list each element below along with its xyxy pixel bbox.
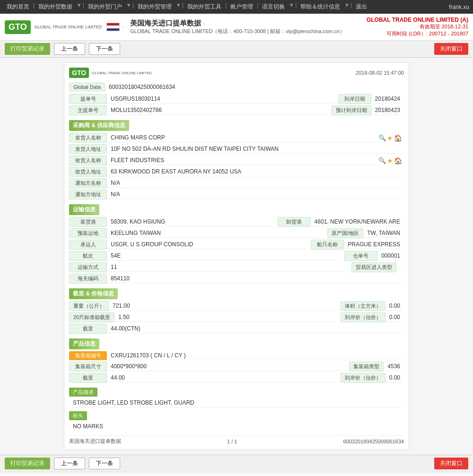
- consignee-addr-value: 63 KIRKWOOD DR EAST AURORA NY 14052 USA: [107, 167, 404, 176]
- container-number-row: 集装箱编号 CXRU1261703 ( CN / L / CY ): [69, 351, 404, 360]
- vessel-name-value: PRAGUE EXPRESS: [344, 240, 404, 249]
- voyage-label: 航次: [69, 251, 107, 261]
- nav-help[interactable]: 帮助＆统计信息: [298, 2, 343, 12]
- standard-row: 20尺标准箱载里 1.50 到岸价（估价） 0.00: [69, 312, 404, 322]
- notify-name-value: N/A: [107, 179, 404, 188]
- shipper-home-icon[interactable]: 🏠: [394, 134, 402, 142]
- supplier-section: 采购商 & 供应商信息 发货人名称 CHING MARS CORP 🔍 ★ 🏠 …: [69, 120, 404, 199]
- bottom-close-button[interactable]: 关闭窗口: [434, 458, 468, 469]
- bottom-next-button[interactable]: 下一条: [89, 458, 120, 469]
- notify-addr-value: N/A: [107, 190, 404, 199]
- foreign-port-type-label: 贸易区进入类型: [351, 262, 396, 272]
- loading-port-label: 装货港: [69, 217, 107, 227]
- doc-header: GTO GLOBAL TRADE ONLINE LIMITED 2018-08-…: [69, 68, 404, 78]
- doc-footer-record-id: 600320180425000061634: [343, 439, 404, 444]
- consignee-search-icon[interactable]: 🔍: [378, 157, 386, 164]
- global-data-row: Global Data 600320180425000061634: [69, 83, 404, 91]
- doc-footer-title: 美国海关进口提单数据: [69, 438, 121, 445]
- consignee-name-row: 收货人名称 FLEET INDUSTRIES 🔍 ★ 🏠: [69, 156, 404, 165]
- volume-label: 体积（立方米）: [341, 301, 385, 311]
- print-button[interactable]: 打印贸易记录: [5, 43, 50, 55]
- logo-area: GTO GLOBAL TRADE ONLINE LIMITED: [5, 20, 102, 34]
- product-section-header: 产品信息: [69, 338, 99, 349]
- quantity-value: 44.00(CTN): [107, 324, 404, 333]
- container-size-row: 集装箱尺寸 4000*900*800 集装箱类型 4536: [69, 362, 404, 372]
- carrier-label: 承运人: [69, 240, 107, 250]
- notify-addr-row: 通知方地址 N/A: [69, 190, 404, 199]
- est-arrival-label: 预计到岸日期: [332, 105, 371, 115]
- inbond-value: 000001: [377, 251, 404, 260]
- shipper-addr-value: 10F NO 502 DA-AN RD SHULIN DIST NEW TAIP…: [107, 145, 404, 154]
- next-button[interactable]: 下一条: [89, 43, 120, 55]
- voyage-row: 航次 54E 仓单号 000001: [69, 251, 404, 261]
- foreign-port-type-value: [396, 266, 404, 268]
- product-quantity-label: 载里: [69, 373, 107, 383]
- consignee-addr-label: 收货人地址: [69, 167, 107, 177]
- consignee-star-icon[interactable]: ★: [387, 157, 393, 164]
- transport-mode-value: 11: [107, 263, 348, 272]
- main-content: GTO GLOBAL TRADE ONLINE LIMITED 2018-08-…: [0, 58, 473, 455]
- customs-code-label: 海关编码: [69, 274, 107, 284]
- estimated-port-label: 预装运地: [69, 228, 107, 238]
- arrival-price-value: 0.00: [385, 313, 404, 322]
- shipper-name-row: 发货人名称 CHING MARS CORP 🔍 ★ 🏠: [69, 133, 404, 143]
- notify-name-row: 通知方名称 N/A: [69, 178, 404, 188]
- nav-language[interactable]: 语言切换: [259, 2, 288, 12]
- bottom-print-button[interactable]: 打印贸易记录: [5, 458, 50, 469]
- logo-sub: GLOBAL TRADE ONLINE LIMITED: [35, 25, 102, 30]
- product-arrival-price-label: 到岸价（估价）: [341, 373, 385, 383]
- marks-header: 标头: [69, 409, 404, 422]
- marks-value: NO MARKS: [69, 422, 404, 431]
- master-bill-label: 主提单号: [69, 105, 107, 115]
- nav-items: 我的首页 | 我的外贸数据 ▼ | 我的外贸门户 ▼ | 我的外贸管理 ▼ | …: [4, 2, 370, 12]
- carrier-row: 承运人 USGR, U S GROUP CONSOLID 船只名称 PRAGUE…: [69, 240, 404, 250]
- inbond-label: 仓单号: [344, 251, 377, 261]
- product-arrival-price-value: 0.00: [385, 373, 404, 382]
- doc-logo: GTO GLOBAL TRADE ONLINE LIMITED: [69, 68, 152, 78]
- title-dash: -: [203, 20, 205, 27]
- master-bill-row: 主提单号 MOLU13502402786 预计到岸日期 20180423: [69, 105, 404, 115]
- doc-footer-page: 1 / 1: [227, 439, 237, 444]
- shipper-icons: 🔍 ★ 🏠: [377, 133, 404, 143]
- nav-trade-portal[interactable]: 我的外贸门户: [85, 2, 125, 12]
- container-number-value: CXRU1261703 ( CN / L / CY ): [107, 351, 404, 360]
- doc-footer: 美国海关进口提单数据 1 / 1 600320180425000061634: [69, 435, 404, 445]
- standard-value: 1.50: [114, 313, 336, 322]
- nav-trade-data[interactable]: 我的外贸数据: [35, 2, 75, 12]
- nav-trade-tools[interactable]: 我的外贸工具: [184, 2, 224, 12]
- discharge-port-value: 4601, NEW YORK/NEWARK ARE: [311, 217, 404, 226]
- transport-mode-row: 运输方式 11 贸易区进入类型: [69, 262, 404, 272]
- origin-country-label: 原产国/地区: [327, 228, 363, 238]
- volume-value: 0.00: [385, 302, 404, 311]
- nav-account[interactable]: 账户管理: [228, 2, 256, 12]
- consignee-home-icon[interactable]: 🏠: [394, 157, 402, 164]
- nav-trade-manage[interactable]: 我的外贸管理: [135, 2, 175, 12]
- flag-area: -: [106, 23, 123, 31]
- doc-logo-sub: GLOBAL TRADE ONLINE LIMITED: [92, 71, 152, 75]
- nav-user: frank.xu: [449, 4, 469, 10]
- ldr-info: 可用时段 (LDR）: 200712 - 201807: [367, 30, 468, 37]
- arrival-date-value: 20180424: [371, 95, 404, 104]
- nav-home[interactable]: 我的首页: [4, 2, 32, 12]
- nav-logout[interactable]: 退出: [353, 2, 370, 12]
- bottom-prev-button[interactable]: 上一条: [54, 458, 85, 469]
- container-number-label: 集装箱编号: [69, 351, 107, 360]
- shipper-search-icon[interactable]: 🔍: [378, 134, 386, 142]
- bill-number-label: 提单号: [69, 94, 107, 104]
- container-size-label: 集装箱尺寸: [69, 362, 107, 372]
- notify-name-label: 通知方名称: [69, 178, 107, 188]
- consignee-name-value-area: FLEET INDUSTRIES 🔍 ★ 🏠: [107, 156, 404, 165]
- us-flag: [106, 23, 120, 31]
- prev-button[interactable]: 上一条: [54, 43, 85, 55]
- origin-country-value: TW, TAIWAN: [363, 229, 404, 238]
- shipper-star-icon[interactable]: ★: [387, 134, 393, 142]
- vessel-name-label: 船只名称: [311, 240, 344, 250]
- transport-section-header: 运输信息: [69, 204, 99, 215]
- close-button[interactable]: 关闭窗口: [434, 43, 468, 55]
- shipper-name-label: 发货人名称: [69, 133, 107, 143]
- port-row: 装货港 58309, KAO HSIUNG 卸货港 4601, NEW YORK…: [69, 217, 404, 227]
- discharge-port-label: 卸货港: [278, 217, 311, 227]
- global-data-value: 600320180425000061634: [109, 84, 175, 90]
- consignee-icons: 🔍 ★ 🏠: [377, 156, 404, 165]
- global-data-section: Global Data 600320180425000061634 提单号 US…: [69, 83, 404, 115]
